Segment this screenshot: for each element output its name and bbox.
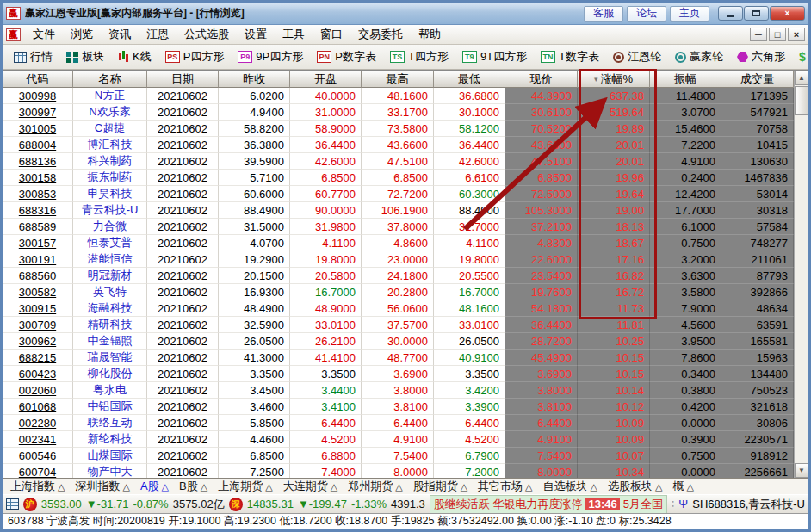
market-tab-大连期货[interactable]: 大连期货△ [279,479,342,494]
stock-code[interactable]: 002341 [3,431,73,448]
stock-code[interactable]: 600546 [3,448,73,464]
menu-item-设置[interactable]: 设置 [237,25,275,44]
market-tab-自选板块[interactable]: 自选板块△ [539,479,602,494]
titlebar-button-主页[interactable]: 主页 [670,6,709,22]
scrollbar-thumb[interactable] [795,86,808,115]
menu-item-公式选股[interactable]: 公式选股 [176,25,237,44]
table-row[interactable]: 600423柳化股份202106023.35003.35003.69003.35… [3,366,794,382]
stock-code[interactable]: 688316 [3,202,73,219]
table-row[interactable]: 300915海融科技2021060248.490048.900056.06004… [3,300,794,317]
toolbar-button-T数字表[interactable]: TNT数字表 [535,46,605,67]
mdi-close-button[interactable]: × [788,28,805,41]
column-header-昨收[interactable]: 昨收 [219,71,290,88]
table-row[interactable]: 002341新纶科技202106024.46004.52004.91004.52… [3,431,794,448]
stock-code[interactable]: 601068 [3,399,73,415]
stock-code[interactable]: 688215 [3,350,73,366]
column-header-开盘[interactable]: 开盘 [290,71,362,88]
table-row[interactable]: 688136科兴制药2021060239.590042.600047.51004… [3,153,794,170]
table-row[interactable]: 688589力合微2021060231.500031.980037.800031… [3,219,794,235]
column-header-代码[interactable]: 代码 [3,71,73,88]
mdi-minimize-button[interactable]: ─ [750,28,767,41]
table-row[interactable]: 600546山煤国际202106026.85006.88007.54006.79… [3,448,794,464]
table-row[interactable]: 688560明冠新材2021060220.150020.580024.18002… [3,268,794,284]
stock-code[interactable]: 688136 [3,153,73,170]
menu-item-江恩[interactable]: 江恩 [139,25,176,44]
titlebar-button-论坛[interactable]: 论坛 [627,6,666,22]
table-row[interactable]: 300191潜能恒信2021060219.290019.800023.00001… [3,251,794,268]
maximize-button[interactable] [744,6,769,21]
stock-code[interactable]: 300853 [3,186,73,202]
market-tab-郑州期货[interactable]: 郑州期货△ [344,479,406,494]
column-header-最低[interactable]: 最低 [434,71,505,88]
table-row[interactable]: 601068中铝国际202106023.46003.41003.81003.39… [3,399,794,415]
menu-item-工具[interactable]: 工具 [275,25,313,44]
scroll-up-icon[interactable]: ▲ [795,71,808,85]
table-row[interactable]: 300582英飞特2021060216.930016.700020.280016… [3,284,794,300]
column-header-日期[interactable]: 日期 [147,71,219,88]
table-row[interactable]: 002060粤水电202106023.45003.44003.80003.420… [3,382,794,399]
toolbar-button-板块[interactable]: 板块 [60,46,110,67]
market-tab-B股[interactable]: B股△ [175,479,212,494]
menu-item-资讯[interactable]: 资讯 [101,25,139,44]
scroll-down-icon[interactable]: ▼ [795,463,808,478]
mdi-restore-button[interactable]: □ [769,28,786,41]
table-row[interactable]: 300998N方正202106026.020040.000048.160036.… [3,88,794,104]
titlebar-button-客服[interactable]: 客服 [584,6,623,22]
stock-code[interactable]: 300997 [3,104,73,121]
news-ticker[interactable]: 股继续活跃 华银电力再度涨停 13:46 5月全国 [430,495,667,514]
table-row[interactable]: 301005C超捷2021060258.820058.900073.580058… [3,121,794,137]
close-button[interactable]: × [770,6,805,21]
table-row[interactable]: 600704物产中大202106027.25007.40008.00007.20… [3,464,794,478]
table-row[interactable]: 300709精研科技2021060232.590033.010037.57003… [3,317,794,333]
market-tab-其它市场[interactable]: 其它市场△ [474,479,536,494]
stock-code[interactable]: 300191 [3,251,73,268]
minimize-button[interactable] [718,6,743,21]
stock-code[interactable]: 002280 [3,415,73,431]
market-tab-A股[interactable]: A股△ [136,479,173,494]
stock-code[interactable]: 300915 [3,300,73,317]
toolbar-button-9T四方形[interactable]: T99T四方形 [456,46,533,67]
stock-code[interactable]: 600704 [3,464,73,478]
toolbar-button-行情[interactable]: 行情 [8,46,59,67]
toolbar-button-K线[interactable]: K线 [112,46,158,67]
stock-code[interactable]: 300582 [3,284,73,300]
stock-code[interactable]: 300158 [3,170,73,186]
market-tab-深圳指数[interactable]: 深圳指数△ [71,479,133,494]
toolbar-button-P四方形[interactable]: PSP四方形 [159,46,231,67]
toolbar-button-六角形[interactable]: 六角形 [731,46,791,67]
menu-item-浏览[interactable]: 浏览 [63,25,101,44]
table-row[interactable]: 688215瑞晟智能2021060241.300041.410048.77004… [3,350,794,366]
toolbar-button-赢家服务[interactable]: $赢家服务 [793,46,808,67]
menu-item-文件[interactable]: 文件 [25,25,63,44]
table-row[interactable]: 300158振东制药202106025.71006.85006.85006.61… [3,170,794,186]
table-row[interactable]: 300157恒泰艾普202106024.07004.11004.86004.11… [3,235,794,251]
table-row[interactable]: 688316青云科技-U2021060288.490090.0000106.19… [3,202,794,219]
column-header-现价[interactable]: 现价 [505,71,578,88]
stock-code[interactable]: 688589 [3,219,73,235]
menu-item-帮助[interactable]: 帮助 [411,25,449,44]
stock-code[interactable]: 300998 [3,88,73,104]
stock-code[interactable]: 688004 [3,137,73,153]
toolbar-button-P数字表[interactable]: PNP数字表 [311,46,382,67]
toolbar-button-9P四方形[interactable]: P99P四方形 [232,46,309,67]
table-row[interactable]: 300997N欢乐家202106024.940031.000033.170030… [3,104,794,121]
market-tab-选股板块[interactable]: 选股板块△ [604,479,666,494]
stock-code[interactable]: 300709 [3,317,73,333]
table-row[interactable]: 300853申昊科技2021060260.600060.770072.72006… [3,186,794,202]
column-header-名称[interactable]: 名称 [73,71,147,88]
market-tab-上海指数[interactable]: 上海指数△ [6,479,69,494]
market-tab-股指期货[interactable]: 股指期货△ [409,479,472,494]
column-header-涨幅%[interactable]: ▾涨幅% [578,71,650,88]
toolbar-button-赢家轮[interactable]: 赢家轮 [669,46,729,67]
column-header-成交量[interactable]: 成交量 [721,71,794,88]
column-header-最高[interactable]: 最高 [362,71,434,88]
toolbar-button-T四方形[interactable]: TST四方形 [384,46,455,67]
toolbar-button-江恩轮[interactable]: 江恩轮 [607,46,667,67]
market-tab-概[interactable]: 概△ [669,479,698,494]
stock-code[interactable]: 688560 [3,268,73,284]
stock-code[interactable]: 600423 [3,366,73,382]
menu-item-窗口[interactable]: 窗口 [313,25,350,44]
table-row[interactable]: 688004博汇科技2021060236.380036.440043.66003… [3,137,794,153]
vertical-scrollbar[interactable]: ▲ ▼ [794,71,808,478]
table-row[interactable]: 300962中金辐照2021060226.050026.210030.00002… [3,333,794,350]
